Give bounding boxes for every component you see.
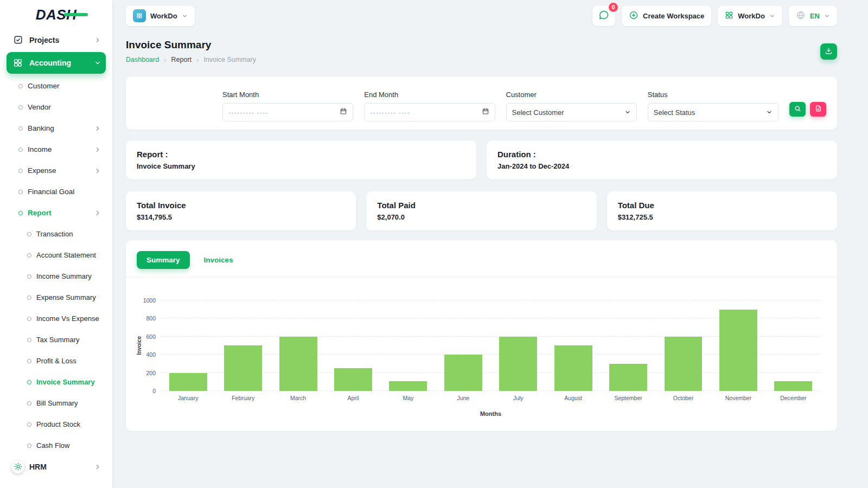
x-tick-label: March: [271, 395, 326, 401]
x-tick-label: April: [326, 395, 380, 401]
app-logo[interactable]: DASH: [7, 0, 106, 29]
x-tick-label: May: [381, 395, 436, 401]
x-axis-title: Months: [161, 410, 821, 417]
sidebar-item-account-statement[interactable]: Account Statement: [7, 245, 106, 266]
breadcrumb-dashboard[interactable]: Dashboard: [126, 56, 159, 63]
bar-june: [444, 355, 482, 391]
language-code: EN: [810, 12, 820, 20]
report-label: Report :: [137, 150, 465, 159]
bar-slot: [546, 345, 601, 391]
hrm-icon: [11, 460, 24, 473]
projects-icon: [11, 34, 24, 47]
calendar-icon[interactable]: [340, 107, 347, 117]
bullet-icon: [18, 84, 23, 88]
sidebar-item-invoice-summary[interactable]: Invoice Summary: [7, 371, 106, 393]
chart-plot-area: 02004006008001000: [161, 300, 821, 391]
breadcrumb-report[interactable]: Report: [171, 56, 192, 63]
bullet-icon: [27, 338, 31, 342]
messages-badge: 0: [609, 3, 618, 12]
main-area: WorkDo 0 Create Workspace WorkDo: [112, 0, 868, 488]
x-tick-label: December: [766, 395, 821, 401]
filter-card: Start Month End Month Customer: [126, 76, 837, 130]
sidebar-item-report[interactable]: Report: [7, 202, 106, 223]
chevron-down-icon: [182, 13, 188, 19]
breadcrumb: Dashboard › Report › Invoice Summary: [126, 56, 256, 63]
end-month-input[interactable]: [370, 108, 481, 117]
page-title: Invoice Summary: [126, 39, 256, 51]
sidebar-item-product-stock[interactable]: Product Stock: [7, 414, 106, 435]
tab-summary[interactable]: Summary: [137, 251, 190, 269]
sidebar-item-income-summary[interactable]: Income Summary: [7, 266, 106, 287]
workspace-switcher[interactable]: WorkDo: [126, 6, 195, 26]
start-month-input[interactable]: [228, 108, 340, 117]
language-selector[interactable]: EN: [789, 6, 837, 26]
chevron-right-icon: ›: [164, 56, 166, 63]
create-workspace-button[interactable]: Create Workspace: [622, 6, 711, 26]
sidebar-item-profit-loss[interactable]: Profit & Loss: [7, 350, 106, 371]
sidebar-item-label: Income: [28, 145, 52, 153]
sidebar-item-tax-summary[interactable]: Tax Summary: [7, 329, 106, 350]
total-paid-label: Total Paid: [377, 201, 585, 210]
sidebar-item-transaction[interactable]: Transaction: [7, 223, 106, 245]
sidebar-item-income[interactable]: Income: [7, 139, 106, 160]
bar-october: [665, 337, 703, 391]
search-button[interactable]: [789, 102, 806, 117]
calendar-icon[interactable]: [482, 107, 489, 117]
bullet-icon: [27, 380, 31, 384]
messages-button[interactable]: 0: [592, 6, 615, 26]
total-due-value: $312,725.5: [618, 213, 826, 221]
sidebar-item-expense-summary[interactable]: Expense Summary: [7, 287, 106, 308]
y-tick-label: 400: [146, 351, 156, 358]
reset-filter-button[interactable]: [810, 102, 826, 117]
chevron-down-icon: [824, 13, 830, 19]
total-paid-value: $2,070.0: [377, 213, 585, 221]
y-tick-label: 800: [146, 315, 156, 322]
chevron-right-icon: [94, 125, 101, 132]
sidebar-item-accounting[interactable]: Accounting: [7, 52, 106, 74]
sidebar-item-cash-flow[interactable]: Cash Flow: [7, 435, 106, 456]
chevron-right-icon: [94, 210, 101, 216]
bullet-icon: [27, 317, 31, 321]
topbar: WorkDo 0 Create Workspace WorkDo: [126, 0, 837, 31]
bar-july: [499, 337, 537, 391]
app-menu-button[interactable]: WorkDo: [718, 6, 782, 26]
bullet-icon: [27, 296, 31, 300]
customer-label: Customer: [506, 91, 637, 99]
bullet-icon: [18, 169, 23, 173]
create-workspace-label: Create Workspace: [643, 12, 704, 20]
app-root: DASH ProjectsAccountingCustomerVendorBan…: [0, 0, 868, 488]
sidebar-item-hrm[interactable]: HRM: [7, 456, 106, 477]
sidebar-item-expense[interactable]: Expense: [7, 160, 106, 181]
sidebar-item-banking[interactable]: Banking: [7, 118, 106, 139]
sidebar-item-customer[interactable]: Customer: [7, 75, 106, 97]
app-menu-label: WorkDo: [738, 12, 765, 20]
tab-invoices[interactable]: Invoices: [194, 251, 243, 269]
search-icon: [794, 105, 801, 114]
sidebar-item-bill-summary[interactable]: Bill Summary: [7, 393, 106, 414]
bar-september: [609, 364, 647, 391]
chevron-down-icon: [769, 13, 775, 19]
customer-select[interactable]: Select Customer: [506, 103, 637, 121]
status-field: Status Select Status: [648, 91, 778, 121]
y-axis-title: Invoice: [135, 300, 143, 391]
sidebar-item-label: Profit & Loss: [36, 357, 76, 365]
bullet-icon: [18, 126, 23, 131]
status-select[interactable]: Select Status: [648, 103, 778, 121]
sidebar-item-vendor[interactable]: Vendor: [7, 97, 106, 118]
sidebar-item-projects[interactable]: Projects: [7, 29, 106, 50]
chevron-right-icon: [94, 464, 101, 470]
x-tick-label: January: [161, 395, 215, 401]
bar-december: [774, 381, 812, 391]
sidebar-item-financial-goal[interactable]: Financial Goal: [7, 181, 106, 202]
x-tick-label: September: [601, 395, 655, 401]
bullet-icon: [27, 232, 31, 236]
sidebar-item-label: Cash Flow: [36, 441, 69, 450]
chevron-right-icon: [94, 168, 101, 174]
x-axis-labels: JanuaryFebruaryMarchAprilMayJuneJulyAugu…: [161, 395, 821, 401]
workspace-avatar-icon: [133, 9, 146, 22]
download-button[interactable]: [820, 43, 837, 60]
sidebar-item-income-vs-expense[interactable]: Income Vs Expense: [7, 308, 106, 329]
sidebar-item-label: Income Summary: [36, 272, 92, 280]
sidebar-item-label: Accounting: [29, 59, 71, 67]
divider: [126, 277, 837, 278]
